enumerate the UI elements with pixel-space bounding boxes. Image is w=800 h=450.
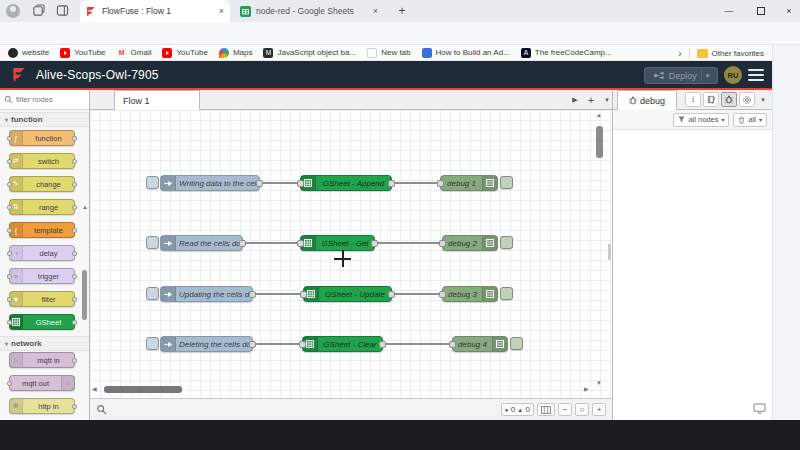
palette-filter-input[interactable] <box>16 95 78 104</box>
inject-button[interactable] <box>146 287 159 300</box>
other-favorites-button[interactable]: Other favorites <box>697 49 764 58</box>
scroll-left-icon[interactable]: ◀ <box>92 386 97 392</box>
debug-toggle-button[interactable] <box>500 287 513 300</box>
deploy-button[interactable]: Deploy ▾ <box>644 67 718 84</box>
bookmark-item[interactable]: YouTube <box>162 48 207 58</box>
inject-button[interactable] <box>146 236 159 249</box>
canvas-search-icon[interactable] <box>96 404 107 415</box>
http-icon: ⊕ <box>10 399 23 413</box>
palette-node-http-in[interactable]: ⊕http in <box>9 398 75 414</box>
bookmark-item[interactable]: YouTube <box>60 48 105 58</box>
minimize-button[interactable]: — <box>714 0 744 22</box>
close-window-button[interactable]: × <box>778 0 800 22</box>
palette-node-filter[interactable]: ▼filter <box>9 291 75 307</box>
debug-toggle-button[interactable] <box>510 337 523 350</box>
deploy-options-icon[interactable]: ▾ <box>706 72 710 80</box>
inject-node[interactable]: Deleting the cells data <box>160 336 253 352</box>
bookmark-item[interactable]: website <box>8 48 49 58</box>
inject-node[interactable]: Writing data to the cells <box>160 175 260 191</box>
debug-tab[interactable]: debug <box>617 90 677 110</box>
debug-toggle-button[interactable] <box>500 176 513 189</box>
palette-node-switch[interactable]: ⇄switch <box>9 153 75 169</box>
palette-node-change[interactable]: ✎change <box>9 176 75 192</box>
palette-category-network[interactable]: ▾network <box>0 336 89 351</box>
bookmarks-overflow: › Other favorites <box>678 45 764 61</box>
main-menu-icon[interactable] <box>748 69 764 81</box>
debug-node[interactable]: debug 4 <box>452 336 508 352</box>
tab-google-sheets[interactable]: node-red - Google Sheets × <box>234 0 384 22</box>
bookmark-item[interactable]: AThe freeCodeCamp... <box>521 48 612 58</box>
maximize-button[interactable] <box>746 0 776 22</box>
scroll-down-icon[interactable]: ▼ <box>596 380 602 386</box>
debug-tab-button[interactable] <box>721 92 737 107</box>
palette-category-function[interactable]: ▾function <box>0 112 89 127</box>
bookmark-item[interactable]: Maps <box>219 48 253 58</box>
palette-scrollbar[interactable]: ▲ ▼ <box>82 202 88 450</box>
palette-node-template[interactable]: {template <box>9 222 75 238</box>
new-tab-button[interactable]: + <box>394 3 410 19</box>
sidebar-menu-icon[interactable]: ▾ <box>757 92 769 107</box>
flow-list-button[interactable]: ▶ <box>568 93 582 107</box>
panel-resize-handle[interactable] <box>608 244 611 260</box>
palette-node-range[interactable]: ⇅range <box>9 199 75 215</box>
navigator-toggle-button[interactable] <box>537 403 555 416</box>
scrollbar-thumb[interactable] <box>596 126 603 158</box>
debug-clear-button[interactable]: all▾ <box>733 113 767 127</box>
inject-node[interactable]: Updating the cells data <box>160 286 253 302</box>
help-tab-button[interactable] <box>703 92 719 107</box>
debug-filter-button[interactable]: all nodes▾ <box>673 113 729 127</box>
canvas-footer: ● 0 ▲ 0 − ○ + <box>90 398 612 420</box>
palette-node-function[interactable]: ƒfunction <box>9 130 75 146</box>
palette-node-mqtt-in[interactable]: ≈mqtt in <box>9 352 75 368</box>
info-tab-button[interactable]: i <box>685 92 701 107</box>
user-avatar[interactable]: RU <box>724 66 742 84</box>
tab-flowfuse[interactable]: FlowFuse : Flow 1 × <box>80 0 230 22</box>
bookmark-item[interactable]: MJavaScript object ba... <box>263 48 356 58</box>
bookmark-item[interactable]: New tab <box>367 48 410 58</box>
flow-canvas[interactable]: Writing data to the cells GSheet - Appen… <box>90 110 612 398</box>
scrollbar-thumb[interactable] <box>82 270 87 320</box>
inject-icon <box>161 337 176 351</box>
gsheet-node[interactable]: GSheet - Update <box>303 286 392 302</box>
palette-node-gsheet[interactable]: GSheet <box>9 314 75 330</box>
palette-node-delay[interactable]: ◔delay <box>9 245 75 261</box>
canvas-vscrollbar[interactable]: ▲ ▼ <box>594 112 606 392</box>
profile-avatar[interactable] <box>6 4 20 18</box>
canvas-hscrollbar[interactable]: ◀ ▶ <box>92 384 592 396</box>
wire <box>253 343 302 345</box>
gsheet-node[interactable]: GSheet - Clear <box>302 336 383 352</box>
zoom-in-button[interactable]: + <box>592 403 606 416</box>
gsheet-node[interactable]: GSheet - Get <box>300 235 375 251</box>
close-tab-icon[interactable]: × <box>373 6 378 16</box>
add-flow-button[interactable]: + <box>584 93 598 107</box>
tab-group-icon[interactable] <box>32 4 46 18</box>
scroll-right-icon[interactable]: ▶ <box>584 386 589 392</box>
bookmarks-overflow-icon[interactable]: › <box>678 48 681 59</box>
inject-button[interactable] <box>146 337 159 350</box>
gsheet-node[interactable]: GSheet - Append <box>300 175 392 191</box>
close-tab-icon[interactable]: × <box>219 6 224 16</box>
debug-node[interactable]: debug 3 <box>442 286 498 302</box>
tab-actions-icon[interactable] <box>56 4 70 18</box>
notifications-counter[interactable]: ● 0 ▲ 0 <box>501 403 534 416</box>
scroll-up-icon[interactable]: ▲ <box>82 204 88 210</box>
scroll-up-icon[interactable]: ▲ <box>596 112 602 118</box>
palette-node-mqtt-out[interactable]: mqtt out≈ <box>9 375 75 391</box>
device-monitor-icon[interactable] <box>753 403 766 414</box>
debug-node[interactable]: debug 2 <box>442 235 498 251</box>
bookmark-item[interactable]: MGmail <box>117 48 152 58</box>
palette-search[interactable] <box>0 90 89 110</box>
zoom-out-button[interactable]: − <box>558 403 572 416</box>
debug-sidebar: debug i ▾ all nodes▾ all▾ <box>612 90 772 420</box>
config-tab-button[interactable] <box>739 92 755 107</box>
inject-button[interactable] <box>146 176 159 189</box>
flow-tab[interactable]: Flow 1 <box>114 90 200 110</box>
zoom-reset-button[interactable]: ○ <box>575 403 589 416</box>
debug-node[interactable]: debug 1 <box>440 175 498 191</box>
palette-node-trigger[interactable]: »trigger <box>9 268 75 284</box>
deploy-icon <box>653 71 665 80</box>
bookmark-item[interactable]: How to Build an Ad... <box>422 48 510 58</box>
debug-toggle-button[interactable] <box>500 236 513 249</box>
scrollbar-thumb[interactable] <box>104 386 182 393</box>
inject-node[interactable]: Read the cells data <box>160 235 243 251</box>
